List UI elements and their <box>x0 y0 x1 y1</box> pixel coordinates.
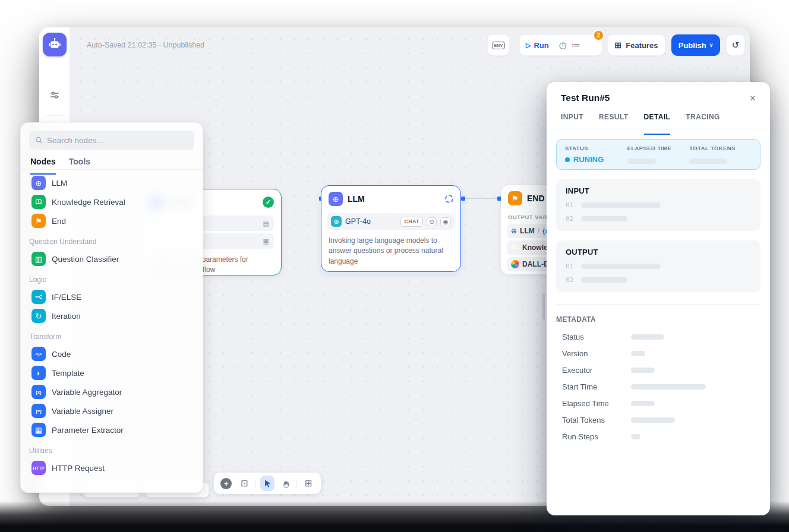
node-item-variable-aggregator[interactable]: {x}Variable Aggregator <box>29 382 194 401</box>
output-card: OUTPUT 01 02 <box>556 240 760 292</box>
skeleton-bar <box>581 202 661 208</box>
node-search-box[interactable] <box>29 131 194 150</box>
end-icon: ⚑ <box>31 214 46 228</box>
skeleton-bar <box>631 334 664 340</box>
node-item-label: Parameter Extractor <box>52 426 124 435</box>
variable-name: DALL-E <box>522 260 548 268</box>
dalle-icon <box>511 260 519 268</box>
question-classifier-icon: ▥ <box>31 252 46 266</box>
node-item-label: Variable Aggregator <box>52 388 122 397</box>
skeleton-bar <box>581 264 661 269</box>
features-grid-icon: ⊞ <box>615 40 622 50</box>
metadata-row-total-tokens: Total Tokens <box>556 411 760 428</box>
gpt4o-model-icon: ⊛ <box>331 216 342 227</box>
node-item-list-operator[interactable]: ≡▽List Operator <box>29 477 194 479</box>
llm-node-icon: ⊕ <box>329 192 343 206</box>
skeleton-bar <box>581 216 627 221</box>
running-spinner-icon <box>445 195 453 203</box>
knowledge-retrieval-icon <box>31 195 46 209</box>
document-icon: ▤ <box>263 220 269 227</box>
node-list: ⊕LLMKnowledge Retrieval⚑EndQuestion Unde… <box>21 170 203 479</box>
node-item-question-classifier[interactable]: ▥Question Classifier <box>29 249 194 268</box>
code-icon: </> <box>31 347 46 361</box>
skeleton-bar <box>581 277 627 283</box>
variable-name: LLM <box>520 227 535 235</box>
variable-aggregator-icon: {x} <box>31 385 46 399</box>
output-label: OUTPUT <box>566 248 751 256</box>
node-item-iteration[interactable]: ↻Iteration <box>29 306 194 325</box>
run-tab-tracing[interactable]: TRACING <box>686 113 719 129</box>
skeleton-bar <box>631 434 640 439</box>
tab-tools[interactable]: Tools <box>69 157 90 169</box>
node-item-knowledge-retrieval[interactable]: Knowledge Retrieval <box>29 192 194 211</box>
node-item-end[interactable]: ⚑End <box>29 211 194 230</box>
line-number: 02 <box>566 215 573 223</box>
publish-button[interactable]: Publish∨ <box>671 34 720 56</box>
node-item-label: End <box>52 217 66 226</box>
line-number: 02 <box>566 276 573 284</box>
metadata-row-elapsed-time: Elapsed Time <box>556 395 760 411</box>
http-request-icon: HTTP <box>31 461 46 475</box>
canvas-scrollbar[interactable] <box>542 293 545 319</box>
run-toolbar-group: ▷Run ◷ ≔ <box>519 34 602 56</box>
node-item-label: Iteration <box>52 312 81 321</box>
add-node-button[interactable]: + <box>219 476 233 491</box>
run-tab-input[interactable]: INPUT <box>561 113 583 129</box>
node-item-code[interactable]: </>Code <box>29 344 194 363</box>
checklist-icon[interactable]: ≔ <box>572 40 580 50</box>
line-number: 01 <box>566 262 573 270</box>
skeleton-bar <box>627 159 656 164</box>
node-item-parameter-extractor[interactable]: ▦Parameter Extractor <box>29 420 194 439</box>
toolbar-divider <box>554 40 554 50</box>
app-logo-robot-icon[interactable] <box>43 33 67 56</box>
node-item-http-request[interactable]: HTTPHTTP Request <box>29 458 194 477</box>
node-item-if-else[interactable]: IF/ELSE <box>29 287 194 306</box>
llm-model-row[interactable]: ⊛ GPT-4o CHAT ⊙ ◉ <box>327 213 455 230</box>
edge-llm-to-end <box>465 198 499 199</box>
env-button[interactable]: ENV <box>487 34 510 56</box>
node-item-llm[interactable]: ⊕LLM <box>29 173 194 192</box>
total-tokens-label: TOTAL TOKENS <box>689 145 752 151</box>
edge-stub <box>461 197 465 201</box>
running-dot-icon <box>565 157 570 162</box>
tab-nodes[interactable]: Nodes <box>30 157 56 169</box>
skeleton-bar <box>631 368 655 373</box>
parameter-extractor-icon: ▦ <box>31 423 46 437</box>
rail-divider <box>46 115 63 116</box>
run-tab-result[interactable]: RESULT <box>599 113 629 129</box>
toolbar-divider <box>296 479 297 488</box>
elapsed-time-label: ELAPSED TIME <box>627 145 690 151</box>
run-history-icon[interactable]: ◷ <box>559 40 567 50</box>
node-item-template[interactable]: ◗Template <box>29 363 194 382</box>
llm-node-description: Invoking large language models to answer… <box>321 230 460 267</box>
line-number: 01 <box>566 201 573 209</box>
node-item-variable-assigner[interactable]: {=}Variable Assigner <box>29 401 194 420</box>
section-divider <box>556 304 760 305</box>
llm-node[interactable]: ⊕ LLM ⊛ GPT-4o CHAT ⊙ ◉ Invoking large l… <box>321 185 461 272</box>
run-panel-title: Test Run#5 <box>561 93 610 103</box>
run-button[interactable]: ▷Run <box>526 41 549 50</box>
version-history-button[interactable]: ↺ <box>726 34 745 56</box>
end-node-icon: ⚑ <box>508 191 522 205</box>
node-section-question-understand: Question Understand <box>29 230 194 249</box>
preferences-sliders-icon[interactable] <box>46 87 63 103</box>
hand-mode-button[interactable] <box>279 476 293 491</box>
canvas-toolbar: + ⊡ ⊞ <box>214 473 321 494</box>
features-button[interactable]: ⊞ Features <box>607 34 665 56</box>
skeleton-bar <box>689 159 727 164</box>
input-label: INPUT <box>566 186 751 195</box>
close-icon[interactable]: × <box>750 93 756 103</box>
node-item-label: Knowledge Retrieval <box>52 198 125 207</box>
metadata-row-version: Version <box>556 345 760 362</box>
add-note-button[interactable]: ⊡ <box>238 476 252 491</box>
chat-mode-badge: CHAT <box>400 217 423 227</box>
status-label: STATUS <box>565 145 627 151</box>
node-search-input[interactable] <box>47 136 188 145</box>
play-icon: ▷ <box>526 42 531 49</box>
run-tab-detail[interactable]: DETAIL <box>644 113 671 129</box>
organize-nodes-button[interactable]: ⊞ <box>301 476 315 491</box>
metadata-row-status: Status <box>556 328 760 345</box>
success-check-icon: ✓ <box>263 197 274 208</box>
pointer-mode-button[interactable] <box>260 476 274 491</box>
llm-icon: ⊕ <box>31 176 46 190</box>
